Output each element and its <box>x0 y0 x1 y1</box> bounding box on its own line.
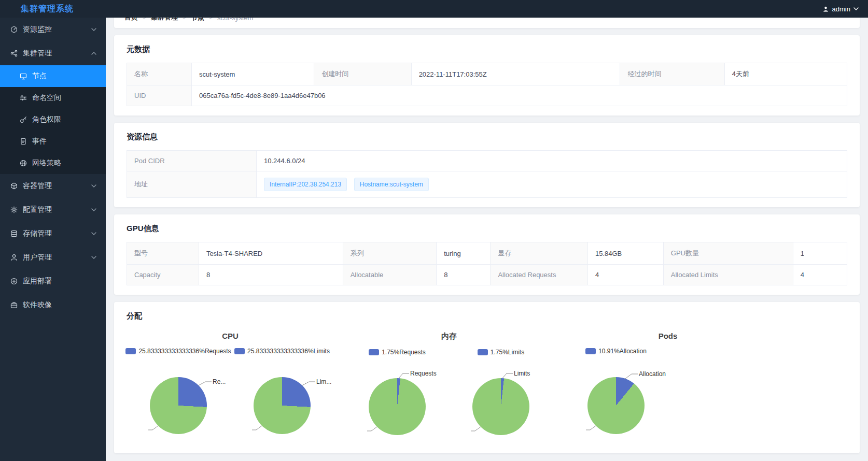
sidebar-item-label: 网络策略 <box>32 159 61 168</box>
chevron-down-icon <box>91 184 96 188</box>
legend-item[interactable]: 1.75%Requests <box>369 349 426 356</box>
pie-slice-label: Lim... <box>316 378 331 385</box>
table-row: UID 065ca76a-fd5c-4de8-8e89-1aa4d6e47b06 <box>127 85 847 106</box>
pie-slice-label: Allocation <box>639 370 666 378</box>
address-tag-hostname: Hostname:scut-system <box>354 178 429 191</box>
sidebar-item-label: 用户管理 <box>23 253 52 262</box>
chart-title: CPU <box>127 332 334 340</box>
field-value: 8 <box>437 265 491 285</box>
legend-marker <box>369 349 379 355</box>
top-bar: 集群管理系统 admin <box>0 0 868 18</box>
user-name: admin <box>832 5 850 13</box>
sidebar-item-app-deploy[interactable]: 应用部署 <box>0 269 106 293</box>
sidebar-item-config-management[interactable]: 配置管理 <box>0 198 106 222</box>
sidebar-item-nodes[interactable]: 节点 <box>0 65 106 87</box>
field-value: 1 <box>793 242 847 265</box>
sidebar-item-software-images[interactable]: 软件映像 <box>0 293 106 317</box>
database-icon <box>10 230 18 237</box>
field-value: turing <box>437 242 491 265</box>
legend-label: 25.833333333333336%Limits <box>247 348 330 355</box>
chevron-up-icon <box>91 52 96 55</box>
user-menu[interactable]: admin <box>822 5 868 13</box>
allocation-card: 分配 CPU 25.833333333333336%Requests <box>114 302 860 453</box>
cluster-icon <box>10 50 18 57</box>
chart-title: Pods <box>564 332 772 340</box>
sidebar-item-network-policies[interactable]: 网络策略 <box>0 152 106 174</box>
table-row: Pod CIDR 10.244.6.0/24 <box>127 151 847 171</box>
key-icon <box>20 116 27 123</box>
sidebar-item-storage-management[interactable]: 存储管理 <box>0 222 106 246</box>
legend-marker <box>585 348 596 354</box>
field-label: Allocated Requests <box>491 265 588 285</box>
person-icon <box>10 254 18 261</box>
sidebar-item-label: 事件 <box>32 137 47 146</box>
field-label: UID <box>127 85 192 106</box>
field-label: 系列 <box>343 242 437 265</box>
pie-chart-cpu-limits: 25.833333333333336%Limits Lim... <box>230 348 334 443</box>
resource-card: 资源信息 Pod CIDR 10.244.6.0/24 地址 InternalI… <box>114 123 860 207</box>
document-icon <box>20 138 27 145</box>
field-value: InternalIP:202.38.254.213 Hostname:scut-… <box>257 171 847 198</box>
card-title: 资源信息 <box>127 132 847 142</box>
sidebar-item-resource-monitor[interactable]: 资源监控 <box>0 18 106 41</box>
sidebar-item-roles[interactable]: 角色权限 <box>0 109 106 131</box>
node-icon <box>20 73 27 80</box>
legend-marker <box>478 349 488 355</box>
briefcase-icon <box>10 301 18 309</box>
plus-circle-icon <box>10 278 18 285</box>
sidebar: 资源监控 集群管理 节点 命名空间 角色权限 事件 网络策略 容器管理 <box>0 18 106 461</box>
legend-item[interactable]: 25.833333333333336%Limits <box>234 348 330 355</box>
pie-slice-label: Requests <box>410 370 437 377</box>
card-title: GPU信息 <box>127 224 847 234</box>
pie-label-lines <box>230 359 334 443</box>
sidebar-item-label: 命名空间 <box>32 93 61 103</box>
user-icon <box>822 6 829 12</box>
field-label: 显存 <box>491 242 588 265</box>
pie-slice-label: Re... <box>213 378 226 385</box>
sidebar-item-label: 角色权限 <box>32 115 61 124</box>
legend-label: 1.75%Requests <box>382 349 426 356</box>
sidebar-item-user-management[interactable]: 用户管理 <box>0 246 106 269</box>
sidebar-item-label: 配置管理 <box>23 205 52 214</box>
table-row: 名称 scut-system 创建时间 2022-11-11T17:03:55Z… <box>127 63 847 85</box>
resource-table: Pod CIDR 10.244.6.0/24 地址 InternalIP:202… <box>127 150 847 198</box>
sidebar-item-cluster-management[interactable]: 集群管理 <box>0 41 106 65</box>
metadata-card: 元数据 名称 scut-system 创建时间 2022-11-11T17:03… <box>114 35 860 116</box>
gauge-icon <box>10 26 18 33</box>
sidebar-item-label: 节点 <box>32 71 47 81</box>
sidebar-item-events[interactable]: 事件 <box>0 131 106 152</box>
charts-row: CPU 25.833333333333336%Requests <box>127 329 847 444</box>
card-title: 元数据 <box>127 45 847 54</box>
field-value: 8 <box>199 265 343 285</box>
sidebar-item-container-management[interactable]: 容器管理 <box>0 174 106 198</box>
field-value: scut-system <box>192 63 314 85</box>
field-value: 10.244.6.0/24 <box>257 151 847 171</box>
field-label: Pod CIDR <box>127 151 257 171</box>
globe-icon <box>20 160 27 167</box>
pie-chart-cpu-requests: 25.833333333333336%Requests Re... <box>127 348 230 443</box>
chart-group-pods: Pods 10.91%Allocation <box>564 332 772 444</box>
field-label: 地址 <box>127 171 257 198</box>
sidebar-item-label: 应用部署 <box>23 277 52 286</box>
table-row: 地址 InternalIP:202.38.254.213 Hostname:sc… <box>127 171 847 198</box>
legend-item[interactable]: 10.91%Allocation <box>585 348 647 355</box>
cluster-submenu: 节点 命名空间 角色权限 事件 网络策略 <box>0 65 106 174</box>
field-label: GPU数量 <box>663 242 793 265</box>
app-title: 集群管理系统 <box>0 4 106 15</box>
field-value: 15.84GB <box>587 242 663 265</box>
sidebar-item-label: 集群管理 <box>23 49 52 58</box>
pie-chart-pods-allocation: 10.91%Allocation Allocation <box>564 348 668 443</box>
sidebar-item-label: 资源监控 <box>23 25 52 34</box>
chevron-down-icon <box>91 256 96 259</box>
gpu-table: 型号 Tesla-T4-SHARED 系列 turing 显存 15.84GB … <box>127 242 847 285</box>
field-value: 065ca76a-fd5c-4de8-8e89-1aa4d6e47b06 <box>192 85 847 106</box>
chevron-down-icon <box>91 232 96 235</box>
legend-label: 25.833333333333336%Requests <box>138 348 231 355</box>
chevron-down-icon <box>91 28 96 31</box>
pie-label-lines <box>449 360 553 444</box>
field-label: 创建时间 <box>314 63 412 85</box>
sidebar-item-namespaces[interactable]: 命名空间 <box>0 87 106 109</box>
legend-item[interactable]: 25.833333333333336%Requests <box>125 348 231 355</box>
legend-item[interactable]: 1.75%Limits <box>478 349 524 356</box>
legend-label: 1.75%Limits <box>491 349 524 356</box>
